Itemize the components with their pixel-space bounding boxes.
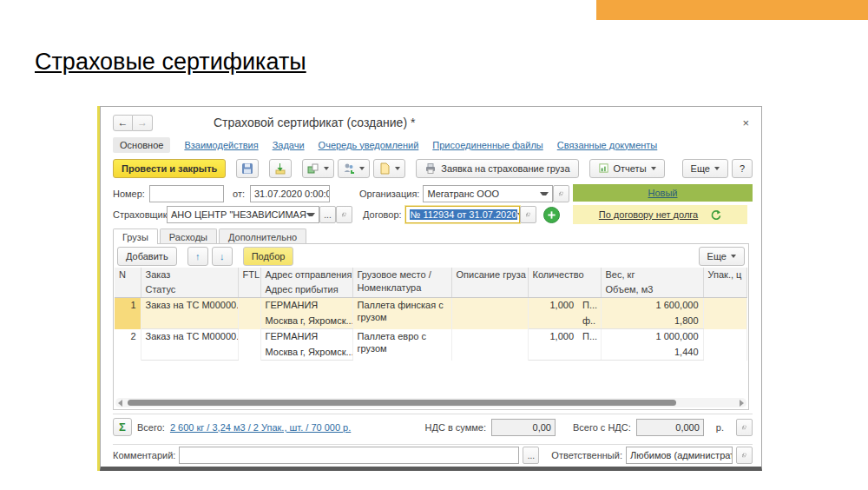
- scrollbar-thumb[interactable]: [128, 400, 676, 406]
- ftl-cell[interactable]: [238, 329, 260, 361]
- cargo-cell[interactable]: Паллета евро с грузом: [352, 329, 451, 361]
- addr-from-cell[interactable]: ГЕРМАНИЯ: [260, 329, 352, 345]
- add-row-button[interactable]: Добавить: [117, 247, 177, 266]
- post-and-close-button[interactable]: Провести и закрыть: [113, 159, 226, 178]
- col-header-descr[interactable]: Описание груза: [451, 268, 528, 298]
- tab-expenses[interactable]: Расходы: [160, 228, 217, 244]
- save-icon[interactable]: [236, 159, 259, 178]
- totals-summary-link[interactable]: 2 600 кг / 3,24 м3 / 2 Упак., шт. / 70 0…: [170, 422, 351, 433]
- organization-input[interactable]: Мегатранс ООО: [423, 185, 553, 202]
- col-header-n[interactable]: N: [115, 268, 141, 298]
- ftl-cell[interactable]: [238, 298, 260, 329]
- tab-additional[interactable]: Дополнительно: [219, 228, 306, 244]
- qty-cell-2[interactable]: [528, 345, 578, 361]
- col-header-volume[interactable]: Объем, м3: [601, 282, 703, 298]
- comment-input[interactable]: [179, 447, 519, 464]
- col-header-addr-from[interactable]: Адрес отправления: [260, 268, 352, 282]
- unit-cell[interactable]: П...: [578, 298, 601, 314]
- insurer-ellipsis-button[interactable]: ...: [319, 206, 336, 223]
- more-button[interactable]: Еще: [682, 159, 728, 178]
- tab-tasks[interactable]: Задачи: [273, 140, 305, 150]
- scroll-left-icon[interactable]: [118, 400, 122, 407]
- add-contract-button[interactable]: [543, 207, 560, 223]
- addr-to-cell[interactable]: Москва г, Яхромск...: [260, 345, 352, 361]
- discussions-icon[interactable]: [338, 159, 370, 178]
- forward-icon[interactable]: →: [133, 115, 153, 131]
- unit-cell-2[interactable]: ф..: [578, 314, 601, 329]
- qty-cell[interactable]: 1,000: [528, 329, 578, 345]
- vat-input[interactable]: 0,00: [491, 419, 556, 436]
- pack-cell[interactable]: [703, 298, 746, 329]
- insurer-open-icon[interactable]: [336, 206, 352, 223]
- pick-button[interactable]: Подбор: [243, 247, 294, 266]
- status-cell[interactable]: [141, 345, 238, 361]
- refresh-icon[interactable]: [710, 209, 721, 221]
- contract-input[interactable]: № 112934 от 31.07.2020: [405, 206, 520, 223]
- col-header-ftl[interactable]: FTL: [238, 268, 260, 298]
- volume-cell[interactable]: 1,800: [601, 314, 703, 329]
- col-header-weight[interactable]: Вес, кг: [601, 268, 703, 282]
- order-cell[interactable]: Заказ на ТС М00000...: [141, 329, 238, 345]
- help-button[interactable]: ?: [732, 159, 753, 178]
- order-cell[interactable]: Заказ на ТС М00000...: [141, 298, 238, 314]
- number-input[interactable]: [149, 185, 224, 202]
- tab-main[interactable]: Основное: [113, 137, 170, 153]
- tab-interactions[interactable]: Взаимодействия: [184, 140, 258, 150]
- qty-cell[interactable]: 1,000: [528, 298, 578, 314]
- status-new-link[interactable]: Новый: [648, 188, 678, 198]
- tab-notification-queue[interactable]: Очередь уведомлений: [319, 140, 419, 150]
- create-based-on-icon[interactable]: [302, 159, 334, 178]
- addr-from-cell[interactable]: ГЕРМАНИЯ: [260, 298, 352, 314]
- chevron-down-icon[interactable]: [306, 213, 315, 216]
- unit-cell[interactable]: П...: [578, 329, 601, 345]
- grid-more-button[interactable]: Еще: [699, 247, 745, 266]
- tab-linked-documents[interactable]: Связанные документы: [557, 140, 658, 150]
- move-down-icon[interactable]: ↓: [212, 247, 233, 266]
- grid-toolbar: Добавить ↑ ↓ Подбор Еще: [114, 244, 748, 268]
- no-debt-link[interactable]: По договору нет долга: [599, 209, 698, 220]
- insurer-input[interactable]: АНО ЦЕНТР "НЕЗАВИСИМАЯ ЭКСП: [167, 206, 319, 223]
- number-label: Номер:: [113, 189, 149, 199]
- move-up-icon[interactable]: ↑: [187, 247, 208, 266]
- responsible-input[interactable]: Любимов (администратор): [626, 447, 733, 464]
- weight-cell[interactable]: 1 600,000: [601, 298, 703, 314]
- table-row[interactable]: 2 Заказ на ТС М00000... ГЕРМАНИЯ Паллета…: [115, 329, 746, 345]
- status-cell[interactable]: [141, 314, 238, 329]
- horizontal-scrollbar[interactable]: [115, 398, 746, 407]
- attached-files-icon[interactable]: [373, 159, 405, 178]
- insurance-request-button[interactable]: Заявка на страхование груза: [416, 159, 578, 178]
- comment-ellipsis-button[interactable]: ...: [523, 447, 539, 464]
- currency-label: р.: [716, 422, 724, 433]
- col-header-qty[interactable]: Количество: [528, 268, 601, 298]
- pack-cell[interactable]: [703, 329, 746, 361]
- cargo-cell[interactable]: Паллета финская с грузом: [352, 298, 451, 329]
- descr-cell[interactable]: [451, 298, 528, 329]
- table-row[interactable]: 1 Заказ на ТС М00000... ГЕРМАНИЯ Паллета…: [115, 298, 746, 314]
- col-header-pack[interactable]: Упак., ц: [703, 268, 746, 298]
- close-icon[interactable]: ×: [739, 116, 753, 129]
- back-icon[interactable]: ←: [113, 115, 133, 131]
- post-document-icon[interactable]: [269, 159, 292, 178]
- weight-cell[interactable]: 1 000,000: [601, 329, 703, 345]
- qty-cell-2[interactable]: [528, 314, 578, 329]
- volume-cell[interactable]: 1,440: [601, 345, 703, 361]
- responsible-open-icon[interactable]: [736, 447, 753, 464]
- col-header-cargo-place[interactable]: Грузовое место / Номенклатура: [352, 268, 451, 298]
- tab-cargo[interactable]: Грузы: [113, 228, 158, 244]
- reports-button[interactable]: Отчеты: [589, 159, 665, 178]
- descr-cell[interactable]: [451, 329, 528, 361]
- addr-to-cell[interactable]: Москва г, Яхромск...: [260, 314, 352, 329]
- tab-attached-files[interactable]: Присоединенные файлы: [432, 140, 542, 150]
- unit-cell-2[interactable]: [578, 345, 601, 361]
- scroll-right-icon[interactable]: [740, 400, 744, 407]
- col-header-addr-to[interactable]: Адрес прибытия: [260, 282, 352, 298]
- totals-open-icon[interactable]: [736, 419, 753, 436]
- col-header-status[interactable]: Статус: [141, 282, 238, 298]
- chevron-down-icon[interactable]: [540, 192, 549, 195]
- total-with-vat-input[interactable]: 0,000: [636, 419, 704, 436]
- organization-open-icon[interactable]: [553, 185, 569, 202]
- sum-button[interactable]: Σ: [113, 418, 132, 436]
- col-header-order[interactable]: Заказ: [141, 268, 238, 282]
- date-input[interactable]: 31.07.2020 0:00:00: [250, 185, 330, 202]
- contract-open-icon[interactable]: [520, 206, 536, 223]
